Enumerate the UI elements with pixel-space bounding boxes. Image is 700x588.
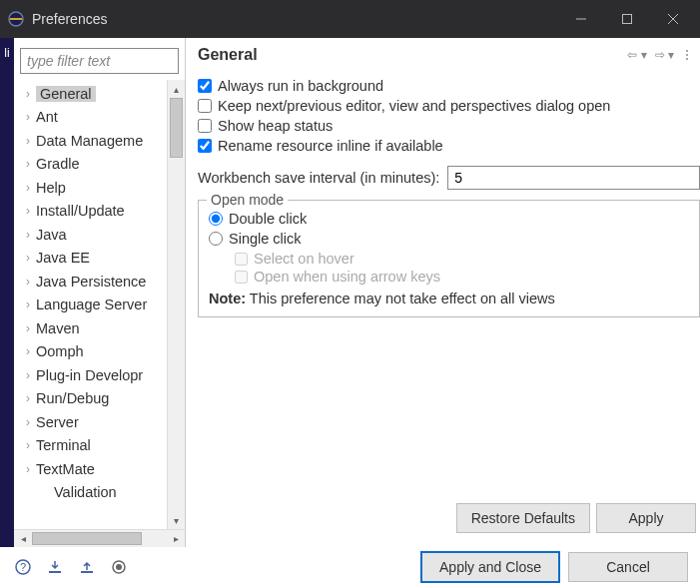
svg-text:?: ? — [20, 561, 26, 573]
scroll-left-icon[interactable]: ◂ — [14, 530, 32, 547]
apply-and-close-button[interactable]: Apply and Close — [420, 551, 560, 583]
checkbox-heap-status[interactable]: Show heap status — [198, 118, 700, 134]
expander-icon[interactable]: › — [26, 110, 30, 124]
sidebar: ›General›Ant›Data Manageme›Gradle›Help›I… — [14, 38, 186, 547]
import-icon[interactable] — [44, 556, 66, 578]
svg-point-7 — [686, 54, 688, 56]
sidebar-item-label: Install/Update — [36, 203, 125, 219]
expander-icon[interactable]: › — [26, 228, 30, 242]
keep-next-checkbox[interactable] — [198, 99, 212, 113]
keep-next-label: Keep next/previous editor, view and pers… — [218, 98, 610, 114]
export-icon[interactable] — [76, 556, 98, 578]
expander-icon[interactable]: › — [26, 275, 30, 289]
sidebar-item-label: Run/Debug — [36, 390, 109, 406]
interval-input[interactable] — [447, 166, 700, 190]
heap-status-checkbox[interactable] — [198, 119, 212, 133]
expander-icon[interactable]: › — [26, 462, 30, 476]
expander-icon[interactable]: › — [26, 391, 30, 405]
rename-inline-checkbox[interactable] — [198, 139, 212, 153]
cancel-button[interactable]: Cancel — [568, 552, 688, 582]
note-row: Note: This preference may not take effec… — [209, 291, 689, 306]
sidebar-item-textmate[interactable]: ›TextMate — [16, 457, 167, 481]
forward-icon[interactable]: ⇨ ▾ — [655, 48, 674, 62]
scroll-up-icon[interactable]: ▴ — [168, 80, 185, 98]
sidebar-item-plug-in-developr[interactable]: ›Plug-in Developr — [16, 363, 167, 387]
maximize-button[interactable] — [604, 0, 650, 38]
filter-input[interactable] — [20, 48, 179, 74]
note-text: This preference may not take effect on a… — [250, 291, 555, 306]
close-button[interactable] — [650, 0, 696, 38]
record-icon[interactable] — [108, 556, 130, 578]
always-run-bg-checkbox[interactable] — [198, 79, 212, 93]
sidebar-item-label: Gradle — [36, 156, 80, 172]
app-icon — [6, 9, 26, 29]
back-icon[interactable]: ⇦ ▾ — [627, 48, 646, 62]
expander-icon[interactable]: › — [26, 438, 30, 452]
sidebar-item-general[interactable]: ›General — [16, 82, 167, 106]
hscroll-thumb[interactable] — [32, 532, 142, 545]
svg-point-8 — [686, 58, 688, 60]
main-panel: General ⇦ ▾ ⇨ ▾ Always run in background… — [186, 38, 700, 547]
single-click-radio[interactable] — [209, 232, 223, 246]
expander-icon[interactable]: › — [26, 251, 30, 265]
apply-button[interactable]: Apply — [596, 503, 696, 533]
checkbox-keep-next[interactable]: Keep next/previous editor, view and pers… — [198, 98, 700, 114]
scroll-down-icon[interactable]: ▾ — [168, 511, 185, 529]
minimize-button[interactable] — [558, 0, 604, 38]
sidebar-item-oomph[interactable]: ›Oomph — [16, 340, 167, 364]
vertical-scrollbar[interactable]: ▴ ▾ — [167, 80, 185, 529]
sidebar-item-language-server[interactable]: ›Language Server — [16, 294, 167, 317]
sidebar-item-label: Java Persistence — [36, 274, 146, 290]
sidebar-item-java-ee[interactable]: ›Java EE — [16, 247, 167, 271]
select-hover-label: Select on hover — [254, 251, 354, 267]
sidebar-item-label: Plug-in Developr — [36, 367, 143, 383]
heap-status-label: Show heap status — [218, 118, 333, 134]
expander-icon[interactable]: › — [26, 181, 30, 195]
filter-box — [20, 48, 179, 74]
sidebar-item-label: TextMate — [36, 461, 95, 477]
menu-icon[interactable] — [682, 49, 692, 61]
checkbox-rename-inline[interactable]: Rename resource inline if available — [198, 138, 700, 154]
expander-icon[interactable]: › — [26, 204, 30, 218]
expander-icon[interactable]: › — [26, 157, 30, 171]
always-run-bg-label: Always run in background — [218, 78, 383, 94]
sidebar-item-java[interactable]: ›Java — [16, 223, 167, 247]
double-click-radio[interactable] — [209, 212, 223, 226]
sidebar-item-validation[interactable]: ›Validation — [16, 481, 167, 505]
expander-icon[interactable]: › — [26, 134, 30, 148]
single-click-label: Single click — [229, 231, 302, 247]
help-icon[interactable]: ? — [12, 556, 34, 578]
open-mode-legend: Open mode — [207, 192, 288, 208]
expander-icon[interactable]: › — [26, 368, 30, 382]
page-button-row: Restore Defaults Apply — [198, 503, 700, 539]
sidebar-item-label: Maven — [36, 320, 80, 336]
radio-double-click[interactable]: Double click — [209, 211, 689, 227]
sidebar-item-install-update[interactable]: ›Install/Update — [16, 200, 167, 224]
expander-icon[interactable]: › — [26, 344, 30, 358]
checkbox-always-run-bg[interactable]: Always run in background — [198, 78, 700, 94]
sidebar-item-gradle[interactable]: ›Gradle — [16, 153, 167, 177]
sidebar-item-ant[interactable]: ›Ant — [16, 106, 167, 130]
scroll-thumb[interactable] — [170, 98, 183, 158]
expander-icon[interactable]: › — [26, 297, 30, 311]
sidebar-item-java-persistence[interactable]: ›Java Persistence — [16, 270, 167, 294]
horizontal-scrollbar[interactable]: ◂ ▸ — [14, 529, 185, 547]
page-title: General — [198, 46, 258, 64]
sidebar-item-label: Java EE — [36, 250, 90, 266]
svg-point-12 — [116, 564, 122, 570]
expander-icon[interactable]: › — [26, 87, 30, 101]
expander-icon[interactable]: › — [26, 415, 30, 429]
radio-single-click[interactable]: Single click — [209, 231, 689, 247]
sidebar-item-run-debug[interactable]: ›Run/Debug — [16, 387, 167, 411]
expander-icon[interactable]: › — [26, 321, 30, 335]
sidebar-item-help[interactable]: ›Help — [16, 176, 167, 200]
sidebar-item-label: Terminal — [36, 437, 91, 453]
sidebar-item-data-manageme[interactable]: ›Data Manageme — [16, 129, 167, 153]
sidebar-item-label: Help — [36, 180, 66, 196]
category-tree[interactable]: ›General›Ant›Data Manageme›Gradle›Help›I… — [14, 80, 167, 529]
scroll-right-icon[interactable]: ▸ — [167, 530, 185, 547]
sidebar-item-server[interactable]: ›Server — [16, 410, 167, 434]
sidebar-item-terminal[interactable]: ›Terminal — [16, 434, 167, 458]
sidebar-item-maven[interactable]: ›Maven — [16, 316, 167, 340]
restore-defaults-button[interactable]: Restore Defaults — [456, 503, 590, 533]
